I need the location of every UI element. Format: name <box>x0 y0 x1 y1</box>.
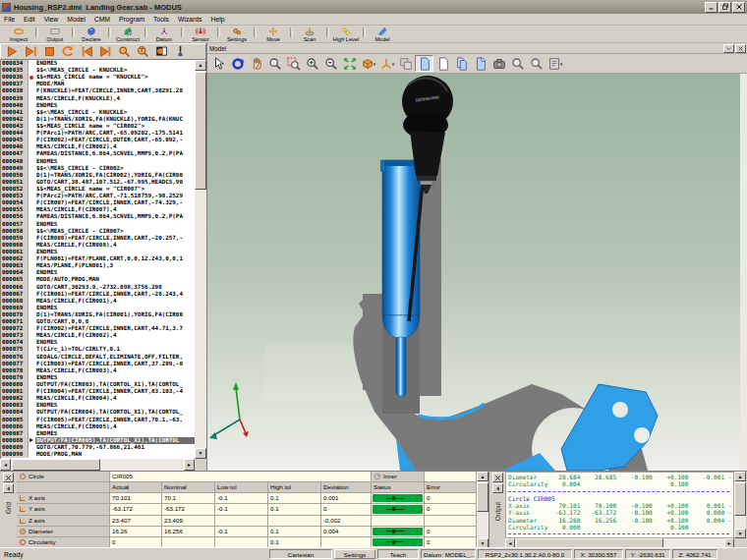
menu-help[interactable]: Help <box>211 16 225 23</box>
feature-inner-cell[interactable]: Inner <box>372 472 425 482</box>
scan-button[interactable]: Scan <box>294 27 325 43</box>
status-cell[interactable] <box>372 527 425 537</box>
code-line[interactable]: 000050D(1)=TRANS/XORIG,FA(CIR002),YORIG,… <box>1 172 195 179</box>
code-line[interactable]: 000036$$<MEAS_CIRCLE name = "KNUCKLE"> <box>1 74 195 81</box>
code-line[interactable]: 000041$$<\MEAS_CIRCLE - KNUCKLE> <box>1 109 195 116</box>
code-line[interactable]: 000057ENDMES <box>1 221 195 228</box>
code-line[interactable]: 000081F(CIR004)=FEAT/CIRCLE,INNER,CART,8… <box>1 388 195 395</box>
grid-scrollbar[interactable]: ▲ ▼ <box>477 472 488 548</box>
status-pane-cartesian[interactable]: Cartesian <box>269 549 332 559</box>
row-label-cell[interactable]: Z axis <box>17 516 110 527</box>
zoom-button[interactable] <box>265 55 284 72</box>
row-label-cell[interactable]: Diameter <box>17 527 110 537</box>
probe-move-button[interactable] <box>171 44 190 59</box>
row-label-cell[interactable]: X axis <box>17 493 110 504</box>
row-label-cell[interactable]: Y axis <box>17 504 110 515</box>
viewport-scrollbar[interactable] <box>740 74 747 471</box>
grid-close-button[interactable] <box>3 473 14 482</box>
code-line[interactable]: 000071GOTO/CART,0,0,0 <box>1 318 195 325</box>
code-listing[interactable]: 000034ENDMES000035$$<\MEAS_CIRCLE - KNUC… <box>0 60 195 459</box>
status-cell[interactable] <box>372 504 425 515</box>
page-button[interactable] <box>415 55 433 72</box>
code-line[interactable]: 000042D(1)=TRANS/XORIG,FA(KNUCKLE),YORIG… <box>1 116 195 123</box>
menu-edit[interactable]: Edit <box>24 16 35 23</box>
skip-end-button[interactable] <box>96 44 115 59</box>
code-line[interactable]: 000065MODE/AUTO,PROG,MAN <box>1 276 195 283</box>
code-line[interactable]: 000067F(CIR001)=FEAT/CIRCLE,INNER,CART,-… <box>1 291 195 298</box>
value-cell[interactable]: -63.172 <box>162 504 215 515</box>
move-button[interactable]: Move <box>258 27 289 43</box>
datum3d-button[interactable]: ▾ <box>377 55 396 72</box>
code-line[interactable]: 000045F(CIR002)=FEAT/CIRCLE,OUTER,CART,-… <box>1 137 195 143</box>
code-line[interactable]: 000070D(1)=TRANS/XORIG,FA(CIR001),YORIG,… <box>1 311 195 318</box>
menu-file[interactable]: File <box>4 16 15 23</box>
datum-button[interactable]: Datum <box>148 27 180 43</box>
code-line[interactable]: 000089GOTO/CART,70.779,-67.866,21.461 <box>1 444 195 451</box>
grid-tab-label[interactable]: Grid <box>5 502 12 514</box>
code-line[interactable]: 000053P(PArc2)=PATH/ARC,CART,-71.518759,… <box>1 193 195 199</box>
code-line[interactable]: 000055MEAS/CIRCLE,F(CIR007),4 <box>1 206 195 213</box>
value-cell[interactable]: 0.1 <box>268 493 321 504</box>
menu-wizards[interactable]: Wizards <box>178 16 202 23</box>
output-pin-button[interactable] <box>492 483 503 493</box>
code-line[interactable]: 000035$$<\MEAS_CIRCLE - KNUCKLE> <box>1 67 195 74</box>
restore-button[interactable] <box>718 2 731 13</box>
code-line[interactable]: 000076GEOALG/CIRCLE,DEFALT,ELIMINATE,OFF… <box>1 354 195 361</box>
feature-error-cell[interactable] <box>425 472 477 482</box>
code-line[interactable]: 000060MEAS/CIRCLE,F(CIR008),4 <box>1 242 195 249</box>
model-button[interactable]: Model <box>367 27 398 43</box>
code-line[interactable]: 000083ENDMES <box>1 402 195 409</box>
dropdown-arrow-icon[interactable]: ▾ <box>560 61 563 67</box>
output-button[interactable]: Output <box>39 27 71 43</box>
stop-button[interactable] <box>40 44 59 59</box>
code-vertical-scrollbar[interactable]: ▲ ▼ <box>195 60 206 459</box>
code-line[interactable]: 000046MEAS/CIRCLE,F(CIR002),4 <box>1 143 195 150</box>
code-line[interactable]: 000061ENDMES <box>1 249 195 255</box>
value-cell[interactable]: 0.1 <box>268 504 321 515</box>
code-line[interactable]: 000068MEAS/CIRCLE,F(CIR001),4 <box>1 298 195 305</box>
code-line[interactable]: 000059F(CIR008)=FEAT/CIRCLE,INNER,CART,-… <box>1 235 195 242</box>
code-line[interactable]: 000082MEAS/CIRCLE,F(CIR004),4 <box>1 395 195 402</box>
value-cell[interactable]: 16.26 <box>110 527 162 537</box>
flag-button[interactable] <box>152 44 171 59</box>
feature-type-cell[interactable]: Circle <box>17 472 110 482</box>
grid-pin-button[interactable] <box>3 483 14 493</box>
magnifier-button[interactable] <box>508 55 527 72</box>
code-line[interactable]: 000084OUTPUT/FA(CIR004),TA(CORTOL_X1),TA… <box>1 409 195 416</box>
code-line[interactable]: 000038F(KNUCKLE)=FEAT/CIRCLE,INNER,CART,… <box>1 87 195 94</box>
code-line[interactable]: 000037MODE/MAN <box>1 81 195 87</box>
run-button[interactable] <box>3 44 22 59</box>
status-pane-teach[interactable]: Teach <box>377 549 419 559</box>
status-cell[interactable] <box>372 493 425 504</box>
code-line[interactable]: 000051GOTO/CART,38.487,107.512,-67.995,H… <box>1 179 195 186</box>
error-cell[interactable] <box>425 516 477 527</box>
code-horizontal-scrollbar[interactable]: ◄ ► <box>0 459 195 471</box>
value-cell[interactable]: 23.407 <box>110 516 162 527</box>
code-line[interactable]: 000039MEAS/CIRCLE,F(KNUCKLE),4 <box>1 95 195 102</box>
value-cell[interactable]: -0.002 <box>321 516 372 527</box>
code-line[interactable]: 000043$$<MEAS_CIRCLE name = "CIR002"> <box>1 123 195 130</box>
page-paste-button[interactable] <box>471 55 489 72</box>
code-line[interactable]: 000034ENDMES <box>1 60 195 67</box>
undo-button[interactable] <box>59 44 78 59</box>
code-line[interactable]: 000078MEAS/CIRCLE,F(CIR003),4 <box>1 367 195 374</box>
output-close-button[interactable] <box>492 473 503 482</box>
value-cell[interactable]: -0.1 <box>215 493 268 504</box>
output-tab-label[interactable]: Output <box>494 502 501 521</box>
error-cell[interactable]: 0 <box>425 527 477 537</box>
value-cell[interactable]: 70.101 <box>110 493 162 504</box>
value-cell[interactable]: 0.004 <box>321 527 372 537</box>
viewbox-button[interactable]: ▾ <box>359 55 377 72</box>
status-cell[interactable] <box>372 516 425 527</box>
code-line[interactable]: 000066GOTO/CART,30293.9,-2732.898,3756.2… <box>1 284 195 291</box>
fit-button[interactable] <box>340 55 359 72</box>
dropdown-arrow-icon[interactable]: ▾ <box>392 61 395 67</box>
error-cell[interactable]: 0 <box>425 504 477 515</box>
menu-view[interactable]: View <box>44 16 59 23</box>
menu-cmm[interactable]: CMM <box>94 16 110 23</box>
inspect-button[interactable]: Inspect <box>3 27 34 43</box>
output-vertical-scrollbar[interactable]: ▲ ▼ <box>734 472 746 538</box>
high-level-button[interactable]: High Level <box>330 27 362 43</box>
frame-button[interactable] <box>396 55 415 72</box>
value-cell[interactable]: -0.1 <box>215 504 268 515</box>
